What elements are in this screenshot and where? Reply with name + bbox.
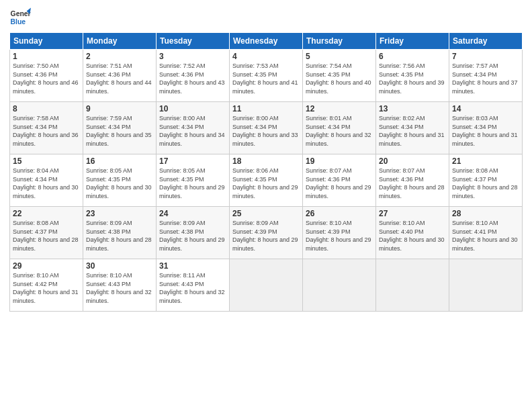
day-number: 1: [13, 52, 80, 61]
column-header-saturday: Saturday: [449, 33, 523, 50]
column-header-thursday: Thursday: [303, 33, 376, 50]
day-info: Sunrise: 8:10 AMSunset: 4:40 PMDaylight:…: [379, 219, 446, 253]
day-number: 10: [159, 104, 226, 113]
day-number: 24: [159, 209, 226, 218]
day-number: 7: [452, 52, 519, 61]
calendar-cell: 26Sunrise: 8:10 AMSunset: 4:39 PMDayligh…: [303, 207, 376, 259]
day-info: Sunrise: 8:00 AMSunset: 4:34 PMDaylight:…: [232, 114, 300, 148]
day-info: Sunrise: 8:09 AMSunset: 4:39 PMDaylight:…: [232, 219, 300, 253]
calendar-cell: [449, 259, 523, 312]
calendar-cell: 27Sunrise: 8:10 AMSunset: 4:40 PMDayligh…: [376, 207, 449, 259]
day-number: 20: [379, 156, 446, 166]
day-number: 11: [232, 104, 300, 113]
day-info: Sunrise: 8:02 AMSunset: 4:34 PMDaylight:…: [379, 114, 446, 148]
calendar-cell: 25Sunrise: 8:09 AMSunset: 4:39 PMDayligh…: [230, 207, 303, 259]
day-number: 8: [13, 104, 80, 113]
day-info: Sunrise: 8:08 AMSunset: 4:37 PMDaylight:…: [452, 167, 519, 200]
calendar-cell: 9Sunrise: 7:59 AMSunset: 4:34 PMDaylight…: [83, 102, 157, 154]
calendar-cell: 12Sunrise: 8:01 AMSunset: 4:34 PMDayligh…: [303, 102, 376, 154]
day-number: 22: [13, 209, 80, 218]
day-number: 31: [159, 261, 226, 271]
column-header-friday: Friday: [376, 33, 449, 50]
header: General Blue: [9, 7, 523, 28]
calendar-cell: 10Sunrise: 8:00 AMSunset: 4:34 PMDayligh…: [157, 102, 230, 154]
day-number: 13: [379, 104, 446, 113]
day-info: Sunrise: 7:51 AMSunset: 4:36 PMDaylight:…: [86, 62, 153, 95]
calendar-cell: 11Sunrise: 8:00 AMSunset: 4:34 PMDayligh…: [230, 102, 303, 154]
day-info: Sunrise: 8:08 AMSunset: 4:37 PMDaylight:…: [13, 219, 80, 253]
day-number: 3: [159, 52, 226, 61]
day-number: 30: [86, 261, 153, 271]
day-info: Sunrise: 8:10 AMSunset: 4:43 PMDaylight:…: [86, 271, 153, 305]
calendar-cell: 23Sunrise: 8:09 AMSunset: 4:38 PMDayligh…: [83, 207, 157, 259]
day-number: 27: [379, 209, 446, 218]
day-number: 14: [452, 104, 519, 113]
calendar-cell: 15Sunrise: 8:04 AMSunset: 4:34 PMDayligh…: [10, 154, 83, 207]
calendar-cell: [303, 259, 376, 312]
day-info: Sunrise: 7:52 AMSunset: 4:36 PMDaylight:…: [159, 62, 226, 95]
calendar-cell: 29Sunrise: 8:10 AMSunset: 4:42 PMDayligh…: [10, 259, 83, 312]
day-number: 17: [159, 156, 226, 166]
column-header-tuesday: Tuesday: [157, 33, 230, 50]
day-number: 9: [86, 104, 153, 113]
day-info: Sunrise: 8:07 AMSunset: 4:36 PMDaylight:…: [306, 167, 373, 200]
column-header-wednesday: Wednesday: [230, 33, 303, 50]
calendar-table: SundayMondayTuesdayWednesdayThursdayFrid…: [9, 32, 523, 312]
day-number: 25: [232, 209, 300, 218]
day-number: 2: [86, 52, 153, 61]
day-info: Sunrise: 8:00 AMSunset: 4:34 PMDaylight:…: [159, 114, 226, 148]
calendar-cell: 20Sunrise: 8:07 AMSunset: 4:36 PMDayligh…: [376, 154, 449, 207]
calendar-cell: 5Sunrise: 7:54 AMSunset: 4:35 PMDaylight…: [303, 50, 376, 102]
day-info: Sunrise: 8:04 AMSunset: 4:34 PMDaylight:…: [13, 167, 80, 200]
column-header-sunday: Sunday: [10, 33, 83, 50]
calendar-cell: 28Sunrise: 8:10 AMSunset: 4:41 PMDayligh…: [449, 207, 523, 259]
calendar-container: General Blue SundayMondayTuesdayWednesda…: [0, 0, 532, 411]
calendar-cell: 4Sunrise: 7:53 AMSunset: 4:35 PMDaylight…: [230, 50, 303, 102]
day-number: 12: [306, 104, 373, 113]
day-info: Sunrise: 8:03 AMSunset: 4:34 PMDaylight:…: [452, 114, 519, 148]
day-info: Sunrise: 7:53 AMSunset: 4:35 PMDaylight:…: [232, 62, 300, 95]
day-info: Sunrise: 8:05 AMSunset: 4:35 PMDaylight:…: [86, 167, 153, 200]
calendar-cell: 8Sunrise: 7:58 AMSunset: 4:34 PMDaylight…: [10, 102, 83, 154]
day-number: 18: [232, 156, 300, 166]
calendar-cell: 3Sunrise: 7:52 AMSunset: 4:36 PMDaylight…: [157, 50, 230, 102]
day-number: 26: [306, 209, 373, 218]
day-info: Sunrise: 8:09 AMSunset: 4:38 PMDaylight:…: [159, 219, 226, 253]
day-info: Sunrise: 8:10 AMSunset: 4:39 PMDaylight:…: [306, 219, 373, 253]
day-info: Sunrise: 7:50 AMSunset: 4:36 PMDaylight:…: [13, 62, 80, 95]
calendar-cell: 18Sunrise: 8:06 AMSunset: 4:35 PMDayligh…: [230, 154, 303, 207]
calendar-cell: 17Sunrise: 8:05 AMSunset: 4:35 PMDayligh…: [157, 154, 230, 207]
day-info: Sunrise: 8:10 AMSunset: 4:41 PMDaylight:…: [452, 219, 519, 253]
day-number: 23: [86, 209, 153, 218]
day-info: Sunrise: 8:07 AMSunset: 4:36 PMDaylight:…: [379, 167, 446, 200]
day-info: Sunrise: 8:11 AMSunset: 4:43 PMDaylight:…: [159, 271, 226, 305]
day-number: 5: [306, 52, 373, 61]
day-number: 28: [452, 209, 519, 218]
day-info: Sunrise: 8:06 AMSunset: 4:35 PMDaylight:…: [232, 167, 300, 200]
day-number: 16: [86, 156, 153, 166]
day-info: Sunrise: 8:10 AMSunset: 4:42 PMDaylight:…: [13, 271, 80, 305]
day-info: Sunrise: 7:58 AMSunset: 4:34 PMDaylight:…: [13, 114, 80, 148]
calendar-cell: [230, 259, 303, 312]
day-info: Sunrise: 7:59 AMSunset: 4:34 PMDaylight:…: [86, 114, 153, 148]
calendar-cell: [376, 259, 449, 312]
calendar-cell: 21Sunrise: 8:08 AMSunset: 4:37 PMDayligh…: [449, 154, 523, 207]
calendar-cell: 31Sunrise: 8:11 AMSunset: 4:43 PMDayligh…: [157, 259, 230, 312]
day-info: Sunrise: 7:57 AMSunset: 4:34 PMDaylight:…: [452, 62, 519, 95]
calendar-cell: 7Sunrise: 7:57 AMSunset: 4:34 PMDaylight…: [449, 50, 523, 102]
day-info: Sunrise: 7:54 AMSunset: 4:35 PMDaylight:…: [306, 62, 373, 95]
calendar-cell: 1Sunrise: 7:50 AMSunset: 4:36 PMDaylight…: [10, 50, 83, 102]
calendar-cell: 30Sunrise: 8:10 AMSunset: 4:43 PMDayligh…: [83, 259, 157, 312]
day-number: 19: [306, 156, 373, 166]
calendar-cell: 13Sunrise: 8:02 AMSunset: 4:34 PMDayligh…: [376, 102, 449, 154]
day-number: 21: [452, 156, 519, 166]
day-info: Sunrise: 8:09 AMSunset: 4:38 PMDaylight:…: [86, 219, 153, 253]
day-info: Sunrise: 8:01 AMSunset: 4:34 PMDaylight:…: [306, 114, 373, 148]
logo: General Blue: [9, 7, 31, 28]
day-info: Sunrise: 8:05 AMSunset: 4:35 PMDaylight:…: [159, 167, 226, 200]
day-number: 15: [13, 156, 80, 166]
calendar-cell: 19Sunrise: 8:07 AMSunset: 4:36 PMDayligh…: [303, 154, 376, 207]
calendar-cell: 6Sunrise: 7:56 AMSunset: 4:35 PMDaylight…: [376, 50, 449, 102]
svg-text:Blue: Blue: [11, 18, 26, 26]
day-number: 4: [232, 52, 300, 61]
